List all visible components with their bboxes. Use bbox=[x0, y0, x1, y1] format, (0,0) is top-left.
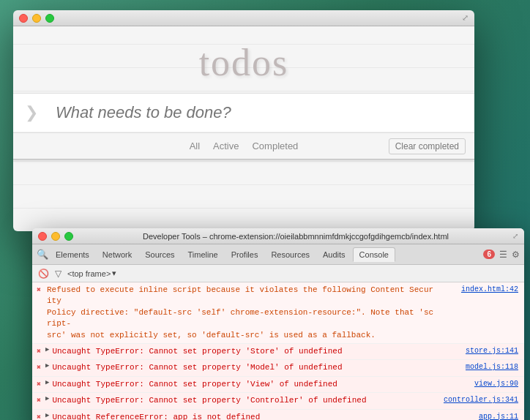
devtools-close-button[interactable] bbox=[38, 232, 47, 241]
devtools-traffic-lights bbox=[38, 232, 73, 241]
filter-completed[interactable]: Completed bbox=[247, 139, 302, 153]
console-line: ✖ ▶ Uncaught TypeError: Cannot set prope… bbox=[32, 360, 524, 376]
console-location[interactable]: view.js:90 bbox=[436, 378, 524, 388]
tab-audits[interactable]: Audits bbox=[317, 248, 351, 261]
tab-sources[interactable]: Sources bbox=[139, 248, 180, 261]
devtools-tab-icons: 6 ☰ ⚙ bbox=[483, 250, 520, 260]
tab-profiles[interactable]: Profiles bbox=[225, 248, 264, 261]
filter-links: All Active Completed bbox=[185, 139, 303, 153]
expand-arrow[interactable]: ▶ bbox=[45, 411, 49, 419]
filter-active[interactable]: Active bbox=[209, 139, 243, 153]
devtools-search-icon[interactable]: 🔍 bbox=[37, 249, 48, 260]
expand-arrow[interactable]: ▶ bbox=[45, 394, 49, 402]
console-line: ✖ ▶ Uncaught TypeError: Cannot set prope… bbox=[32, 377, 524, 393]
list-icon[interactable]: ☰ bbox=[499, 250, 507, 260]
todos-app-content: todos ❯ All Active Completed Clear compl… bbox=[13, 26, 474, 231]
todos-window: ⤢ todos ❯ All Active Completed Clear com… bbox=[13, 10, 474, 231]
tab-timeline[interactable]: Timeline bbox=[182, 248, 224, 261]
error-badge: 6 bbox=[483, 250, 495, 259]
console-line: ✖ ▶ Uncaught ReferenceError: app is not … bbox=[32, 410, 524, 420]
console-text: Uncaught ReferenceError: app is not defi… bbox=[51, 411, 436, 420]
devtools-expand-icon: ⤢ bbox=[512, 232, 518, 240]
filter-icon[interactable]: ▽ bbox=[55, 269, 61, 279]
close-button[interactable] bbox=[19, 14, 28, 23]
console-text: Uncaught TypeError: Cannot set property … bbox=[51, 345, 436, 358]
console-line: ✖ ▶ Uncaught TypeError: Cannot set prope… bbox=[32, 393, 524, 409]
todo-input-row: ❯ bbox=[13, 94, 474, 132]
console-text: Uncaught TypeError: Cannot set property … bbox=[51, 394, 436, 407]
minimize-button[interactable] bbox=[32, 14, 41, 23]
console-location[interactable]: index.html:42 bbox=[436, 284, 524, 293]
console-location[interactable]: controller.js:341 bbox=[436, 394, 524, 404]
devtools-maximize-button[interactable] bbox=[64, 232, 73, 241]
expand-arrow[interactable]: ▶ bbox=[45, 361, 49, 370]
console-text: Uncaught TypeError: Cannot set property … bbox=[51, 361, 436, 374]
console-location[interactable]: store.js:141 bbox=[436, 345, 524, 355]
expand-icon: ⤢ bbox=[462, 13, 469, 23]
filter-all[interactable]: All bbox=[185, 139, 204, 153]
devtools-window: Developer Tools – chrome-extension://oie… bbox=[32, 228, 524, 420]
devtools-toolbar: 🚫 ▽ <top frame> ▾ bbox=[32, 265, 524, 282]
todo-input[interactable] bbox=[50, 94, 474, 132]
frame-selector[interactable]: <top frame> ▾ bbox=[67, 269, 116, 278]
devtools-console[interactable]: ✖ Refused to execute inline script becau… bbox=[32, 282, 524, 420]
devtools-minimize-button[interactable] bbox=[51, 232, 60, 241]
devtools-title: Developer Tools – chrome-extension://oie… bbox=[79, 232, 512, 241]
maximize-button[interactable] bbox=[45, 14, 54, 23]
console-text: Uncaught TypeError: Cannot set property … bbox=[51, 378, 436, 391]
devtools-tab-bar: 🔍 Elements Network Sources Timeline Prof… bbox=[32, 244, 524, 265]
tab-network[interactable]: Network bbox=[97, 248, 138, 261]
console-text: Refused to execute inline script because… bbox=[45, 284, 436, 342]
expand-arrow[interactable]: ▶ bbox=[45, 345, 49, 353]
console-location[interactable]: app.js:11 bbox=[436, 411, 524, 420]
todos-titlebar: ⤢ bbox=[13, 10, 474, 26]
error-icon: ✖ bbox=[32, 394, 45, 405]
traffic-lights bbox=[19, 14, 54, 23]
clear-completed-button[interactable]: Clear completed bbox=[389, 138, 466, 154]
frame-dropdown-icon: ▾ bbox=[112, 269, 116, 278]
tab-elements[interactable]: Elements bbox=[50, 248, 95, 261]
devtools-titlebar: Developer Tools – chrome-extension://oie… bbox=[32, 228, 524, 244]
tab-console[interactable]: Console bbox=[353, 247, 395, 262]
todo-footer: All Active Completed Clear completed bbox=[13, 132, 474, 159]
error-icon: ✖ bbox=[32, 284, 45, 294]
app-heading: todos bbox=[13, 26, 474, 93]
gear-icon[interactable]: ⚙ bbox=[512, 250, 520, 260]
console-line: ✖ Refused to execute inline script becau… bbox=[32, 282, 524, 344]
todo-input-section: ❯ All Active Completed Clear completed bbox=[13, 93, 474, 160]
error-icon: ✖ bbox=[32, 411, 45, 420]
top-frame-label: <top frame> bbox=[67, 269, 111, 278]
expand-arrow[interactable]: ▶ bbox=[45, 378, 49, 386]
console-location[interactable]: model.js:118 bbox=[436, 361, 524, 371]
tab-resources[interactable]: Resources bbox=[265, 248, 316, 261]
error-icon: ✖ bbox=[32, 361, 45, 372]
toggle-all-button[interactable]: ❯ bbox=[13, 94, 50, 132]
clear-console-icon[interactable]: 🚫 bbox=[38, 269, 49, 279]
console-line: ✖ ▶ Uncaught TypeError: Cannot set prope… bbox=[32, 344, 524, 360]
error-icon: ✖ bbox=[32, 345, 45, 356]
error-icon: ✖ bbox=[32, 378, 45, 389]
